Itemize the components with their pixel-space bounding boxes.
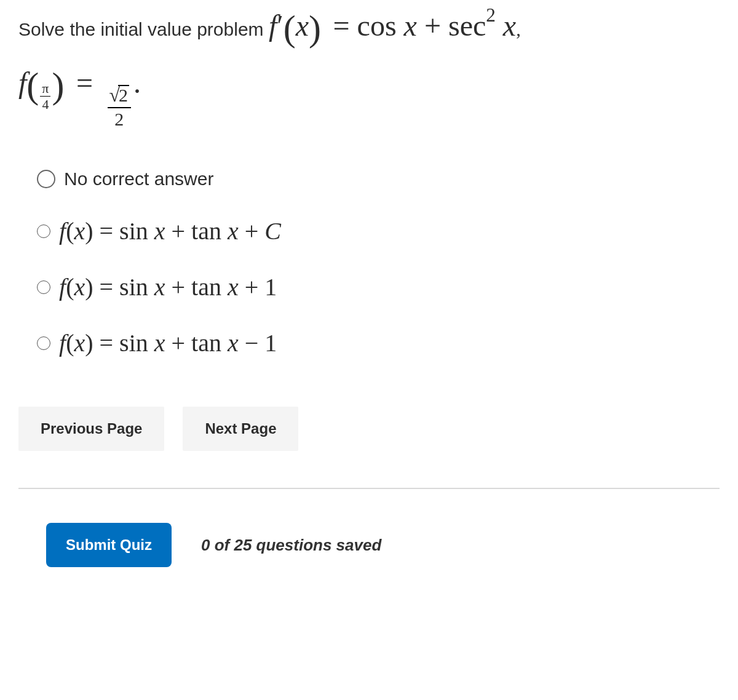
footer-row: Submit Quiz 0 of 25 questions saved [46, 523, 720, 567]
answer-options: No correct answer f(x) = sin x + tan x +… [37, 169, 720, 357]
next-page-button[interactable]: Next Page [183, 407, 298, 451]
option-1-label: f(x) = sin x + tan x + C [59, 217, 281, 245]
question-prompt: Solve the initial value problem f′(x) = … [18, 2, 720, 129]
option-3[interactable]: f(x) = sin x + tan x − 1 [37, 328, 720, 357]
previous-page-button[interactable]: Previous Page [18, 407, 164, 451]
option-3-label: f(x) = sin x + tan x − 1 [59, 328, 277, 357]
radio-icon [37, 280, 50, 294]
radio-icon [37, 225, 50, 238]
question-equation-main: f′(x) = cos x + sec2 x, [269, 19, 521, 39]
option-0-label: No correct answer [64, 169, 213, 189]
question-equation-initial: f(π4) = √2 2 . [18, 61, 720, 129]
divider [18, 488, 720, 489]
option-2-label: f(x) = sin x + tan x + 1 [59, 272, 277, 301]
question-prefix: Solve the initial value problem [18, 19, 264, 39]
option-2[interactable]: f(x) = sin x + tan x + 1 [37, 272, 720, 301]
questions-saved-status: 0 of 25 questions saved [201, 536, 381, 555]
option-0[interactable]: No correct answer [37, 169, 720, 189]
radio-icon [37, 336, 50, 350]
radio-icon [37, 170, 55, 188]
nav-row: Previous Page Next Page [18, 407, 720, 451]
submit-quiz-button[interactable]: Submit Quiz [46, 523, 172, 567]
option-1[interactable]: f(x) = sin x + tan x + C [37, 217, 720, 245]
